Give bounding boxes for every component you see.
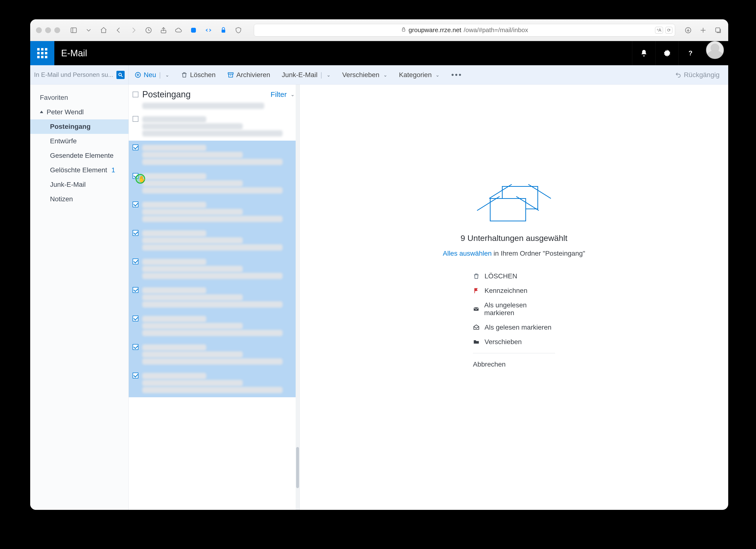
- bulk-actions: LÖSCHEN Kennzeichnen Als ungelesen marki…: [473, 269, 555, 372]
- delete-label: Löschen: [190, 71, 216, 79]
- nav-inbox[interactable]: Posteingang: [30, 119, 128, 134]
- app-launcher[interactable]: [30, 41, 54, 65]
- devtools-icon[interactable]: [204, 26, 213, 35]
- list-scrollbar[interactable]: [296, 85, 300, 510]
- notifications-button[interactable]: [632, 41, 655, 65]
- history-icon[interactable]: [144, 26, 153, 35]
- action-delete[interactable]: LÖSCHEN: [473, 269, 555, 284]
- browser-window: groupware.rrze.net/owa/#path=/mail/inbox…: [30, 19, 728, 510]
- browser-toolbar: groupware.rrze.net/owa/#path=/mail/inbox…: [30, 19, 728, 41]
- back-icon[interactable]: [114, 26, 123, 35]
- message-checkbox[interactable]: [133, 201, 138, 207]
- search-box[interactable]: In E-Mail und Personen su...: [30, 65, 129, 85]
- scrollbar-thumb[interactable]: [296, 447, 299, 488]
- window-controls[interactable]: [36, 27, 60, 33]
- list-title: Posteingang: [142, 89, 191, 99]
- share-icon[interactable]: [159, 26, 168, 35]
- nav-drafts[interactable]: Entwürfe: [30, 134, 128, 148]
- lock-icon: [401, 26, 406, 34]
- message-checkbox[interactable]: [133, 144, 138, 150]
- nav-account[interactable]: Peter Wendl: [30, 105, 128, 119]
- delete-button[interactable]: Löschen: [175, 65, 221, 84]
- move-button[interactable]: Verschieben ⌄: [336, 65, 393, 84]
- message-checkbox[interactable]: [133, 258, 138, 264]
- forward-icon: [129, 26, 138, 35]
- nav-notes[interactable]: Notizen: [30, 192, 128, 206]
- nav-sent[interactable]: Gesendete Elemente: [30, 148, 128, 163]
- action-mark-read[interactable]: Als gelesen markieren: [473, 320, 555, 335]
- junk-button[interactable]: Junk-E-Mail |⌄: [276, 65, 336, 84]
- message-checkbox[interactable]: [133, 230, 138, 236]
- shield-icon[interactable]: [234, 26, 243, 35]
- message-checkbox[interactable]: [133, 373, 138, 379]
- envelope-illustration: [490, 186, 538, 221]
- message-item[interactable]: [129, 169, 300, 198]
- waffle-icon: [37, 48, 47, 58]
- message-item[interactable]: [129, 312, 300, 340]
- nav-junk[interactable]: Junk-E-Mail: [30, 177, 128, 192]
- message-list: Posteingang Filter ⌄: [129, 85, 300, 510]
- action-move[interactable]: Verschieben: [473, 335, 555, 349]
- new-button[interactable]: Neu |⌄: [129, 65, 175, 84]
- message-item[interactable]: [129, 198, 300, 226]
- svg-rect-5: [222, 29, 225, 33]
- archive-label: Archivieren: [236, 71, 270, 79]
- home-icon[interactable]: [99, 26, 108, 35]
- user-avatar[interactable]: [706, 41, 724, 59]
- app-title: E-Mail: [54, 48, 87, 58]
- categories-label: Kategorien: [399, 71, 432, 79]
- settings-button[interactable]: [655, 41, 678, 65]
- nav-favorites[interactable]: Favoriten: [30, 90, 128, 105]
- reader-icon[interactable]: ⟳: [665, 27, 672, 34]
- archive-button[interactable]: Archivieren: [221, 65, 276, 84]
- message-checkbox[interactable]: [133, 116, 138, 122]
- action-mark-unread[interactable]: Als ungelesen markieren: [473, 298, 555, 320]
- action-flag[interactable]: Kennzeichnen: [473, 284, 555, 298]
- move-label: Verschieben: [342, 71, 379, 79]
- message-item[interactable]: [129, 369, 300, 397]
- filter-label: Filter: [271, 90, 287, 99]
- message-item[interactable]: [129, 255, 300, 283]
- message-checkbox[interactable]: [133, 344, 138, 350]
- nav-deleted-count: 1: [109, 166, 115, 174]
- nav-account-label: Peter Wendl: [47, 108, 84, 116]
- filter-button[interactable]: Filter ⌄: [271, 90, 295, 99]
- svg-rect-4: [191, 28, 196, 33]
- traffic-close[interactable]: [36, 27, 42, 33]
- lock-filled-icon[interactable]: [219, 26, 228, 35]
- url-bar[interactable]: groupware.rrze.net/owa/#path=/mail/inbox…: [254, 24, 675, 36]
- message-item[interactable]: [129, 226, 300, 255]
- action-delete-label: LÖSCHEN: [485, 272, 517, 280]
- message-item[interactable]: [129, 112, 300, 141]
- action-cancel[interactable]: Abbrechen: [473, 357, 555, 372]
- traffic-min[interactable]: [45, 27, 51, 33]
- new-label: Neu: [144, 71, 156, 79]
- more-button[interactable]: •••: [445, 65, 468, 84]
- svg-point-13: [119, 73, 121, 76]
- sidebar-toggle-icon[interactable]: [69, 26, 78, 35]
- help-button[interactable]: ?: [678, 41, 702, 65]
- new-tab-icon[interactable]: [699, 26, 707, 35]
- url-path: /owa/#path=/mail/inbox: [464, 26, 528, 34]
- tab-group-chevron-icon[interactable]: [84, 26, 93, 35]
- undo-button[interactable]: Rückgängig: [675, 71, 728, 79]
- cloud-icon[interactable]: [174, 26, 183, 35]
- svg-text:?: ?: [688, 50, 692, 57]
- traffic-max[interactable]: [54, 27, 60, 33]
- message-item[interactable]: [129, 340, 300, 369]
- translate-icon[interactable]: ᵃA: [655, 27, 663, 34]
- select-all-link[interactable]: Alles auswählen: [443, 249, 492, 257]
- tab-overview-icon[interactable]: [714, 26, 722, 35]
- extension-blue-icon[interactable]: [189, 26, 198, 35]
- select-all-checkbox[interactable]: [133, 92, 138, 97]
- message-item[interactable]: [129, 283, 300, 312]
- categories-button[interactable]: Kategorien ⌄: [393, 65, 445, 84]
- search-icon[interactable]: [116, 71, 125, 79]
- message-checkbox[interactable]: [133, 316, 138, 322]
- message-checkbox[interactable]: [133, 287, 138, 293]
- nav-deleted[interactable]: Gelöschte Element 1: [30, 163, 128, 177]
- message-item[interactable]: [129, 141, 300, 169]
- downloads-icon[interactable]: [684, 26, 692, 35]
- selection-title: 9 Unterhaltungen ausgewählt: [461, 233, 567, 243]
- svg-rect-18: [228, 72, 233, 74]
